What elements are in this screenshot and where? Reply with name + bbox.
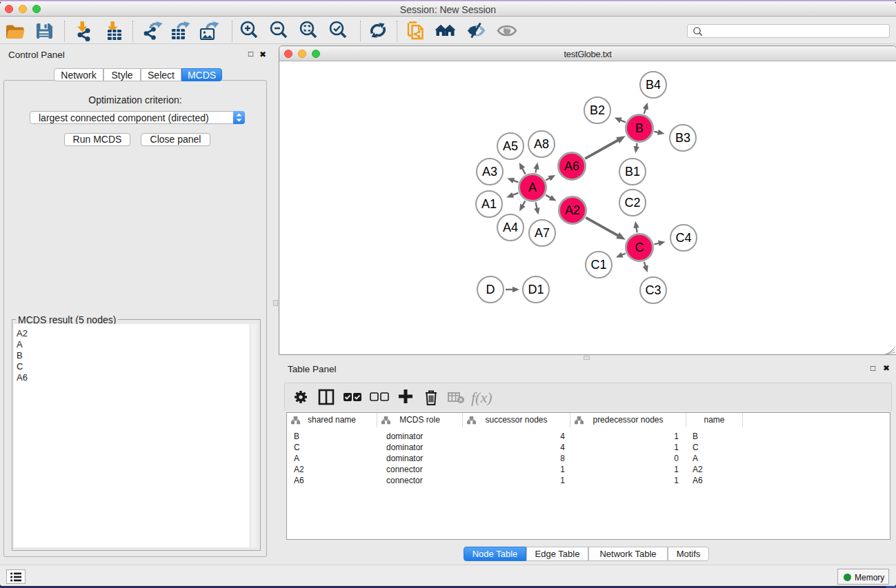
svg-text:D: D: [486, 283, 495, 296]
svg-text:B4: B4: [646, 78, 661, 92]
svg-text:A5: A5: [503, 139, 518, 153]
svg-text:B1: B1: [625, 165, 640, 179]
svg-text:B2: B2: [590, 103, 605, 117]
svg-text:B3: B3: [675, 131, 690, 145]
svg-text:A1: A1: [481, 197, 497, 211]
svg-text:A8: A8: [534, 137, 549, 151]
svg-text:D1: D1: [528, 283, 544, 296]
svg-text:A7: A7: [535, 226, 550, 240]
svg-text:B: B: [635, 121, 644, 135]
svg-text:f(x): f(x): [471, 389, 492, 406]
svg-text:A3: A3: [482, 165, 497, 179]
svg-text:C4: C4: [675, 231, 691, 245]
svg-text:C: C: [635, 241, 644, 254]
svg-text:C1: C1: [590, 258, 606, 272]
svg-text:A: A: [528, 181, 537, 194]
svg-text:A4: A4: [503, 221, 518, 234]
svg-text:C3: C3: [645, 283, 661, 297]
svg-text:A6: A6: [564, 159, 579, 173]
svg-text:C2: C2: [624, 196, 640, 210]
svg-text:A2: A2: [565, 203, 580, 217]
